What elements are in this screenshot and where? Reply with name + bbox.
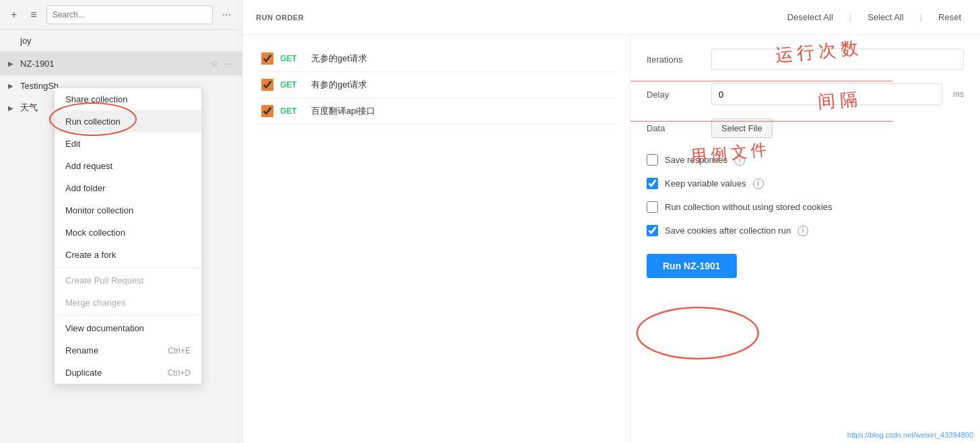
svg-point-5 bbox=[637, 308, 758, 359]
separator-2: | bbox=[920, 12, 922, 22]
menu-item-share[interactable]: Share collection bbox=[55, 88, 201, 110]
delay-row: Delay ms bbox=[647, 83, 964, 105]
menu-item-mock[interactable]: Mock collection bbox=[55, 222, 201, 244]
request-name: 百度翻译api接口 bbox=[311, 105, 375, 117]
menu-item-run[interactable]: Run collection bbox=[55, 110, 201, 133]
sidebar-item-joy[interactable]: joy bbox=[0, 30, 242, 51]
request-checkbox-2[interactable] bbox=[261, 79, 273, 91]
info-icon[interactable]: i bbox=[734, 155, 745, 166]
main-content: RUN ORDER Deselect All | Select All | Re… bbox=[242, 0, 980, 443]
request-name: 有参的get请求 bbox=[311, 79, 367, 91]
sidebar-item-label: NZ-1901 bbox=[20, 59, 209, 69]
iterations-label: Iterations bbox=[647, 55, 700, 65]
menu-item-label: Merge changes bbox=[65, 298, 126, 308]
delay-unit: ms bbox=[953, 90, 964, 99]
item-more-button[interactable]: ··· bbox=[223, 57, 234, 70]
menu-item-shortcut: Ctrl+E bbox=[168, 346, 191, 355]
menu-item-label: View documentation bbox=[65, 323, 144, 333]
separator-1: | bbox=[849, 12, 851, 22]
request-checkbox-3[interactable] bbox=[261, 105, 273, 117]
menu-item-add-request[interactable]: Add request bbox=[55, 155, 201, 177]
split-layout: GET 无参的get请求 GET 有参的get请求 GET 百度翻译api接口 … bbox=[242, 35, 980, 443]
menu-divider-2 bbox=[55, 315, 201, 316]
request-name: 无参的get请求 bbox=[311, 53, 367, 65]
menu-item-shortcut: Ctrl+D bbox=[168, 368, 191, 378]
iterations-row: Iterations bbox=[647, 48, 964, 70]
menu-item-monitor[interactable]: Monitor collection bbox=[55, 199, 201, 222]
menu-item-label: Rename bbox=[65, 345, 98, 355]
menu-item-label: Edit bbox=[65, 139, 80, 149]
menu-item-pull-request: Create Pull Request bbox=[55, 269, 201, 292]
method-badge: GET bbox=[280, 80, 304, 90]
option-label: Save cookies after collection run bbox=[665, 226, 791, 236]
menu-item-label: Create a fork bbox=[65, 250, 116, 260]
menu-item-rename[interactable]: Rename Ctrl+E bbox=[55, 339, 201, 362]
method-badge: GET bbox=[280, 106, 304, 116]
menu-item-duplicate[interactable]: Duplicate Ctrl+D bbox=[55, 362, 201, 384]
more-button[interactable]: ··· bbox=[218, 7, 235, 22]
menu-item-label: Share collection bbox=[65, 94, 128, 104]
menu-item-edit[interactable]: Edit bbox=[55, 133, 201, 155]
info-icon-3[interactable]: i bbox=[797, 226, 808, 236]
reset-button[interactable]: Reset bbox=[933, 9, 967, 25]
menu-item-label: Monitor collection bbox=[65, 205, 133, 215]
menu-item-view-docs[interactable]: View documentation bbox=[55, 317, 201, 339]
option-label: Run collection without using stored cook… bbox=[665, 202, 832, 212]
filter-button[interactable]: ≡ bbox=[26, 7, 40, 22]
option-no-cookies: Run collection without using stored cook… bbox=[647, 201, 964, 213]
menu-item-label: Duplicate bbox=[65, 368, 102, 378]
menu-item-label: Run collection bbox=[65, 116, 121, 127]
table-row: GET 无参的get请求 bbox=[256, 46, 616, 72]
run-button[interactable]: Run NZ-1901 bbox=[647, 254, 737, 278]
select-file-button[interactable]: Select File bbox=[711, 118, 773, 138]
add-button[interactable]: + bbox=[7, 7, 21, 22]
data-label: Data bbox=[647, 123, 700, 133]
method-badge: GET bbox=[280, 54, 304, 63]
save-cookies-checkbox[interactable] bbox=[647, 225, 658, 236]
iterations-input[interactable] bbox=[711, 48, 964, 70]
sidebar-toolbar: + ≡ ··· bbox=[0, 0, 242, 30]
table-row: GET 有参的get请求 bbox=[256, 72, 616, 98]
option-save-cookies: Save cookies after collection run i bbox=[647, 225, 964, 236]
sidebar: + ≡ ··· joy ▶ NZ-1901 ☆ ··· ▶ TestingSh.… bbox=[0, 0, 242, 443]
arrow-icon: ▶ bbox=[8, 104, 16, 112]
request-checkbox-1[interactable] bbox=[261, 53, 273, 65]
menu-item-merge: Merge changes bbox=[55, 292, 201, 314]
option-label: Save responses bbox=[665, 155, 727, 165]
menu-item-label: Create Pull Request bbox=[65, 275, 143, 285]
menu-item-label: Add folder bbox=[65, 183, 105, 193]
menu-item-label: Mock collection bbox=[65, 228, 125, 238]
menu-item-fork[interactable]: Create a fork bbox=[55, 244, 201, 266]
info-icon-2[interactable]: i bbox=[753, 178, 764, 189]
sidebar-item-label: joy bbox=[20, 36, 234, 46]
watermark: https://blog.csdn.net/weixin_43394800 bbox=[847, 431, 973, 439]
option-save-responses: Save responses i bbox=[647, 154, 964, 166]
select-all-button[interactable]: Select All bbox=[862, 9, 909, 25]
keep-variable-checkbox[interactable] bbox=[647, 178, 658, 189]
menu-item-label: Add request bbox=[65, 161, 112, 171]
menu-divider bbox=[55, 267, 201, 268]
item-actions: ☆ ··· bbox=[209, 57, 234, 70]
context-menu: Share collection Run collection Edit Add… bbox=[54, 88, 202, 384]
deselect-all-button[interactable]: Deselect All bbox=[782, 9, 839, 25]
delay-label: Delay bbox=[647, 90, 700, 100]
search-input[interactable] bbox=[46, 5, 213, 24]
no-cookies-checkbox[interactable] bbox=[647, 201, 658, 213]
delay-input[interactable] bbox=[711, 83, 942, 105]
run-order-title: RUN ORDER bbox=[256, 13, 304, 22]
star-button[interactable]: ☆ bbox=[209, 57, 220, 70]
right-panel: Iterations Delay ms Data Select File Sav… bbox=[630, 35, 980, 443]
run-order-header: RUN ORDER Deselect All | Select All | Re… bbox=[242, 0, 980, 35]
arrow-icon: ▶ bbox=[8, 82, 16, 90]
sidebar-item-nz1901[interactable]: ▶ NZ-1901 ☆ ··· bbox=[0, 51, 242, 75]
request-list: GET 无参的get请求 GET 有参的get请求 GET 百度翻译api接口 bbox=[242, 35, 630, 443]
table-row: GET 百度翻译api接口 bbox=[256, 98, 616, 125]
data-row: Data Select File bbox=[647, 118, 964, 138]
option-keep-variable: Keep variable values i bbox=[647, 178, 964, 189]
option-label: Keep variable values bbox=[665, 178, 746, 189]
menu-item-add-folder[interactable]: Add folder bbox=[55, 177, 201, 199]
arrow-icon: ▶ bbox=[8, 60, 16, 67]
save-responses-checkbox[interactable] bbox=[647, 154, 658, 166]
